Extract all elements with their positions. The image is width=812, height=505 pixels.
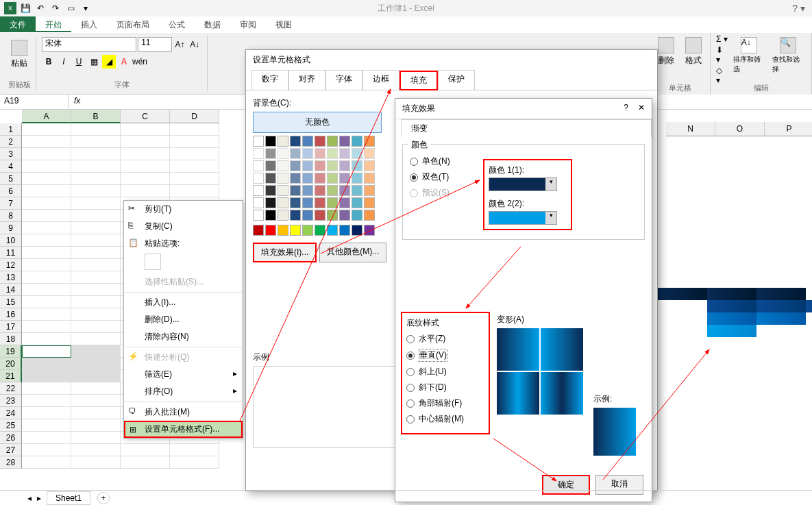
color-swatch[interactable] (339, 160, 350, 171)
cell[interactable] (121, 444, 170, 456)
dlg-tab-fill[interactable]: 填充 (399, 71, 438, 90)
other-colors-button[interactable]: 其他颜色(M)... (319, 243, 386, 262)
cell[interactable] (71, 123, 121, 136)
cell[interactable] (22, 148, 71, 160)
border-button[interactable]: ▦ (87, 55, 101, 69)
cell[interactable] (71, 259, 121, 271)
col-D[interactable]: D (170, 110, 219, 123)
paste-button[interactable]: 粘贴 (8, 37, 30, 72)
col-N[interactable]: N (666, 122, 715, 136)
menu-copy[interactable]: ⎘复制(C) (124, 218, 243, 235)
tab-review[interactable]: 审阅 (230, 16, 266, 32)
cell[interactable] (71, 271, 121, 284)
col-O[interactable]: O (715, 122, 765, 136)
tab-layout[interactable]: 页面布局 (107, 16, 159, 32)
cell[interactable] (71, 370, 121, 382)
color-swatch[interactable] (253, 185, 264, 196)
cell[interactable] (170, 456, 219, 469)
color-swatch[interactable] (253, 136, 264, 147)
cell[interactable] (22, 333, 71, 345)
color-swatch[interactable] (315, 173, 325, 184)
font-name-select[interactable]: 宋体 (42, 37, 136, 52)
cell[interactable] (22, 296, 71, 308)
cell[interactable] (22, 382, 71, 395)
cell[interactable] (22, 210, 71, 222)
color-swatch[interactable] (364, 197, 375, 208)
row-header[interactable]: 7 (0, 197, 22, 210)
cell[interactable] (170, 148, 219, 160)
color-swatch[interactable] (364, 225, 375, 236)
cell[interactable] (22, 395, 71, 407)
cell[interactable] (22, 407, 71, 419)
touch-icon[interactable]: ▭ (64, 2, 77, 14)
menu-insert[interactable]: 插入(I)... (124, 294, 243, 311)
cell[interactable] (170, 185, 219, 197)
no-color-button[interactable]: 无颜色 (253, 112, 382, 133)
row-header[interactable]: 26 (0, 432, 22, 444)
cell[interactable] (71, 333, 121, 345)
color-swatch[interactable] (265, 197, 276, 208)
cell[interactable] (22, 185, 71, 197)
row-header[interactable]: 23 (0, 395, 22, 407)
color-swatch[interactable] (302, 148, 313, 159)
row-header[interactable]: 14 (0, 284, 22, 296)
cell[interactable] (22, 284, 71, 296)
color-swatch[interactable] (290, 136, 301, 147)
color-swatch[interactable] (364, 210, 375, 221)
row-header[interactable]: 5 (0, 173, 22, 185)
color-swatch[interactable] (327, 173, 338, 184)
cell[interactable] (71, 247, 121, 259)
color-swatch[interactable] (339, 136, 350, 147)
color-swatch[interactable] (265, 210, 276, 221)
cell[interactable] (22, 259, 71, 271)
color-swatch[interactable] (315, 136, 325, 147)
color-swatch[interactable] (302, 197, 313, 208)
color-swatch[interactable] (290, 185, 301, 196)
color-swatch[interactable] (364, 160, 375, 171)
fill-icon[interactable]: ⬇ ▾ (716, 45, 728, 64)
variant-1[interactable] (497, 328, 539, 371)
sort-filter-button[interactable]: A↓排序和筛选 (730, 34, 767, 85)
color-swatch[interactable] (315, 225, 325, 236)
dlg-tab-alignment[interactable]: 对齐 (288, 70, 325, 90)
next-sheet-icon[interactable]: ▸ (37, 493, 41, 503)
color-swatch[interactable] (352, 225, 362, 236)
color-swatch[interactable] (302, 210, 313, 221)
radio-corner[interactable]: 角部辐射(F) (406, 397, 484, 409)
cell[interactable] (71, 444, 121, 456)
cell[interactable] (22, 247, 71, 259)
color2-picker[interactable]: ▾ (489, 211, 557, 225)
radio-diagonal-up[interactable]: 斜上(U) (406, 366, 484, 378)
cell[interactable] (121, 148, 170, 160)
name-box[interactable]: A19 (0, 95, 69, 109)
row-header[interactable]: 28 (0, 456, 22, 469)
color-swatch[interactable] (278, 210, 288, 221)
cell[interactable] (71, 234, 121, 247)
color-swatch[interactable] (302, 173, 313, 184)
cell[interactable] (71, 222, 121, 234)
color-swatch[interactable] (302, 160, 313, 171)
cell[interactable] (71, 136, 121, 148)
color-swatch[interactable] (253, 173, 264, 184)
color-swatch[interactable] (364, 136, 375, 147)
cell[interactable] (170, 173, 219, 185)
italic-button[interactable]: I (57, 55, 71, 69)
color-swatch[interactable] (327, 185, 338, 196)
color-swatch[interactable] (327, 197, 338, 208)
dlg-tab-number[interactable]: 数字 (251, 70, 288, 90)
color-swatch[interactable] (290, 225, 301, 236)
color-swatch[interactable] (290, 197, 301, 208)
cell[interactable] (71, 382, 121, 395)
cell[interactable] (71, 160, 121, 173)
cell[interactable] (71, 395, 121, 407)
dlg-tab-font[interactable]: 字体 (325, 70, 362, 90)
menu-comment[interactable]: 🗨插入批注(M) (124, 404, 243, 421)
cell[interactable] (71, 321, 121, 333)
color-swatch[interactable] (327, 148, 338, 159)
menu-filter[interactable]: 筛选(E)▸ (124, 366, 243, 383)
cell[interactable] (170, 136, 219, 148)
color-swatch[interactable] (352, 136, 362, 147)
cell[interactable] (71, 358, 121, 370)
color-swatch[interactable] (290, 148, 301, 159)
color-swatch[interactable] (339, 225, 350, 236)
